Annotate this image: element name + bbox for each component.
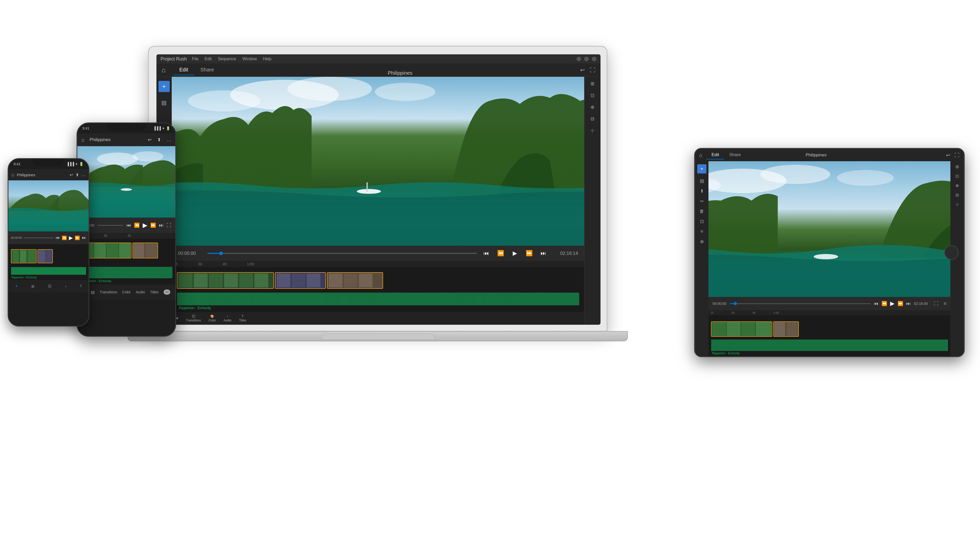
close-button[interactable] <box>592 57 597 61</box>
phone-large-skip-forward[interactable]: ⏭ <box>159 223 164 228</box>
phone-small-more[interactable]: … <box>81 172 86 177</box>
phone-large-clips-btn[interactable]: ▤ <box>91 290 95 295</box>
tablet-settings-icon[interactable]: ⊕ <box>700 239 704 245</box>
minimize-button[interactable] <box>576 57 581 61</box>
tablet-skip-forward-btn[interactable]: ⏭ <box>906 301 911 306</box>
menu-window[interactable]: Window <box>242 57 257 61</box>
tablet-delete-icon[interactable]: 🗑 <box>700 209 704 214</box>
menu-edit[interactable]: Edit <box>205 57 212 61</box>
tablet-list-icon[interactable]: ≡ <box>700 229 703 234</box>
phone-large-transitions-btn[interactable]: Transitions <box>100 290 117 294</box>
tablet-media-icon[interactable]: ▤ <box>700 178 704 184</box>
phone-small-forward[interactable]: ⏩ <box>75 235 80 240</box>
tablet-video-clip-2[interactable] <box>773 321 799 337</box>
tablet-back-btn[interactable]: ⏪ <box>881 301 887 306</box>
phone-small-add-btn[interactable]: + <box>15 284 18 289</box>
phone-large-color-btn[interactable]: Color <box>122 290 130 294</box>
phone-small-titles-btn[interactable]: T <box>80 284 82 288</box>
tab-share[interactable]: Share <box>194 65 220 75</box>
phone-small-undo[interactable]: ↩ <box>70 172 73 177</box>
transform-icon[interactable]: ⊡ <box>590 93 594 98</box>
text-tool[interactable]: T Titles <box>239 314 246 322</box>
video-clip-3[interactable] <box>327 272 383 289</box>
tablet-right-adjust-icon[interactable]: ⊹ <box>956 202 959 207</box>
tablet-right-crop-icon[interactable]: ⊞ <box>956 164 959 169</box>
phone-large-undo[interactable]: ↩ <box>148 137 151 143</box>
add-clip-button[interactable]: ✚ <box>176 317 178 320</box>
phone-large-share[interactable]: ⬆ <box>157 137 161 143</box>
phone-large-home-icon[interactable]: ⌂ <box>81 137 84 143</box>
tablet-forward-btn[interactable]: ⏩ <box>897 301 903 306</box>
tablet-fullscreen-btn[interactable]: ⛶ <box>934 301 939 306</box>
phone-small-audio-btn[interactable]: ♪ <box>65 284 66 288</box>
tablet-ruler-2: 30 <box>732 311 735 314</box>
undo-icon[interactable]: ↩ <box>580 67 585 73</box>
phone-small-video-clip-2[interactable] <box>38 249 53 263</box>
media-icon[interactable]: ▤ <box>159 97 170 108</box>
tablet-skip-back-btn[interactable]: ⏮ <box>874 301 878 306</box>
phone-large-progress[interactable] <box>97 225 123 226</box>
tablet-right-transform-icon[interactable]: ⊡ <box>956 174 959 179</box>
tablet-right-grid-icon[interactable]: ⊟ <box>956 192 959 197</box>
video-clip-2[interactable] <box>275 272 326 289</box>
phone-small-progress[interactable] <box>24 238 54 238</box>
phone-small-share[interactable]: ⬆ <box>76 172 79 177</box>
grid-icon[interactable]: ⊟ <box>590 116 594 122</box>
phone-large-forward[interactable]: ⏩ <box>150 222 156 228</box>
home-icon[interactable]: ⌂ <box>162 66 165 74</box>
phone-large-play[interactable]: ▶ <box>143 222 147 229</box>
tablet-tab-edit[interactable]: Edit <box>706 151 724 159</box>
effects-icon[interactable]: ⊕ <box>590 104 594 110</box>
tablet-share-icon[interactable]: ⬆ <box>700 188 704 194</box>
skip-back-button[interactable]: ⏮ <box>481 248 491 259</box>
phone-large-fullscreen[interactable]: ⛶ <box>167 223 171 228</box>
transitions-tool[interactable]: ⬛ Transitions <box>186 314 201 322</box>
step-back-button[interactable]: ⏪ <box>495 248 506 259</box>
tablet-undo-icon[interactable]: ↩ <box>946 152 950 158</box>
laptop-trackpad[interactable] <box>322 333 434 340</box>
tablet-export-icon[interactable]: ⊡ <box>700 219 704 224</box>
tablet-menu-btn[interactable]: ≡ <box>943 301 946 306</box>
tablet-play-btn[interactable]: ▶ <box>890 300 894 307</box>
tablet-home-button[interactable] <box>944 245 959 260</box>
adjust-icon[interactable]: ⊹ <box>590 128 594 133</box>
svg-rect-50 <box>741 322 755 336</box>
menu-help[interactable]: Help <box>263 57 271 61</box>
color-tool[interactable]: 🎨 Color <box>208 314 216 322</box>
phone-large-back[interactable]: ⏪ <box>134 222 140 228</box>
phone-large-audio-btn[interactable]: Audio <box>136 290 145 294</box>
phone-large-titles-btn[interactable]: Titles <box>150 290 159 294</box>
tab-edit[interactable]: Edit <box>173 65 194 75</box>
phone-small-play[interactable]: ▶ <box>69 235 73 241</box>
maximize-button[interactable] <box>584 57 589 61</box>
step-forward-button[interactable]: ⏩ <box>524 248 534 259</box>
audio-tool[interactable]: ♪ Audio <box>224 314 231 322</box>
tablet-tab-share[interactable]: Share <box>724 151 746 159</box>
tablet-fullscreen-icon[interactable]: ⛶ <box>955 152 959 158</box>
play-pause-button[interactable]: ▶ <box>510 248 520 259</box>
phone-small-back[interactable]: ⏪ <box>62 235 67 240</box>
tablet-cut-icon[interactable]: ✂ <box>700 198 704 204</box>
video-clip-1[interactable] <box>177 272 274 289</box>
phone-small-skip-back[interactable]: ⏮ <box>56 235 60 240</box>
phone-small-home-icon[interactable]: ⌂ <box>11 172 14 178</box>
phone-small-video-clip-1[interactable] <box>11 249 37 263</box>
tablet-home-icon[interactable]: ⌂ <box>699 152 702 158</box>
tablet-video-clip-1[interactable] <box>711 321 772 337</box>
menu-file[interactable]: File <box>192 57 199 61</box>
tablet-add-button[interactable]: + <box>697 164 706 173</box>
phone-large-clip-2[interactable] <box>132 243 158 259</box>
phone-large-skip-back[interactable]: ⏮ <box>126 223 131 228</box>
phone-small-transitions-btn[interactable]: ⬛ <box>48 284 52 288</box>
progress-bar[interactable] <box>207 253 477 254</box>
skip-forward-button[interactable]: ⏭ <box>538 248 549 259</box>
fullscreen-icon[interactable]: ⛶ <box>590 67 595 73</box>
phone-small-clips-btn[interactable]: ▤ <box>32 284 34 288</box>
tablet-right-effects-icon[interactable]: ⊕ <box>956 183 959 188</box>
phone-small-skip-forward[interactable]: ⏭ <box>82 235 86 240</box>
add-button[interactable]: + <box>159 81 170 92</box>
tablet-progress-bar[interactable] <box>730 303 871 304</box>
phone-large-more[interactable]: … <box>167 137 171 143</box>
crop-icon[interactable]: ⊞ <box>590 81 594 86</box>
menu-sequence[interactable]: Sequence <box>218 57 236 61</box>
